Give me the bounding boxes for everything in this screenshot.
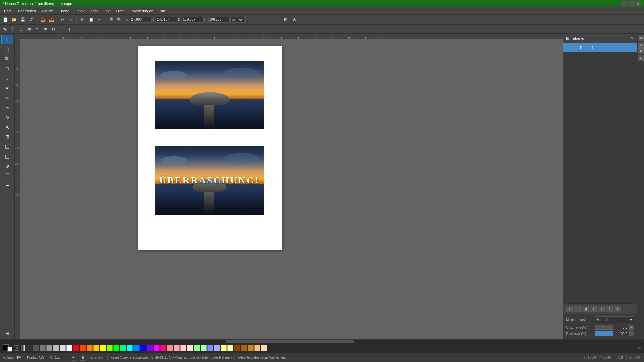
color-swatch[interactable] — [33, 345, 39, 351]
menu-ebene[interactable]: Ebene — [56, 8, 72, 14]
snap-text[interactable]: T — [66, 26, 73, 33]
color-swatch[interactable] — [40, 345, 46, 351]
menu-text[interactable]: Text — [101, 8, 113, 14]
duplicate-layer-button[interactable]: ⊞ — [582, 306, 589, 312]
menu-filter[interactable]: Filter — [113, 8, 126, 14]
color-swatch[interactable] — [60, 345, 66, 351]
panel-toggle-1[interactable]: ⊞ — [638, 35, 644, 41]
layer-bottom-button[interactable]: ⇓ — [614, 306, 621, 312]
spray-tool[interactable]: ⊞ — [1, 132, 13, 141]
color-swatch[interactable] — [53, 345, 59, 351]
color-swatch-light-pink[interactable] — [167, 345, 173, 351]
print-button[interactable]: 🖨 — [28, 16, 36, 24]
transform-button[interactable]: ⊞ — [282, 16, 290, 24]
layer-visibility-icon[interactable] — [566, 45, 571, 50]
align-top-button[interactable]: ⬛ — [273, 16, 281, 24]
color-swatch[interactable] — [227, 345, 233, 351]
new-button[interactable]: 📄 — [1, 16, 9, 24]
color-swatch-light-blue[interactable] — [133, 345, 140, 351]
align-center-button[interactable]: ⬛ — [264, 16, 272, 24]
circle-tool[interactable]: ○ — [1, 74, 13, 83]
color-swatch[interactable] — [66, 345, 72, 351]
image-top[interactable] — [155, 60, 264, 130]
bucket-tool[interactable]: ◫ — [1, 142, 13, 151]
panel-toggle-3[interactable]: ⊠ — [638, 48, 644, 54]
opacity-input[interactable] — [55, 355, 65, 360]
color-swatch[interactable] — [180, 345, 186, 351]
undo-button[interactable]: ↩ — [58, 16, 66, 24]
open-button[interactable]: 📂 — [10, 16, 18, 24]
star-tool[interactable]: ★ — [1, 83, 13, 93]
layer-down-button[interactable]: ↓ — [598, 306, 605, 312]
panel-toggle-2[interactable]: ⊟ — [638, 42, 644, 48]
zoom-out-button[interactable]: 🔍 — [115, 16, 123, 24]
layers-close-button[interactable]: ✕ — [631, 36, 634, 41]
gradient-tool[interactable]: ◱ — [1, 152, 13, 161]
layer-top-button[interactable]: ⇑ — [606, 306, 613, 312]
scroll-track[interactable] — [1, 340, 643, 343]
color-swatch-magenta[interactable] — [154, 345, 160, 351]
save-button[interactable]: 💾 — [19, 16, 27, 24]
color-swatch-yellow-orange[interactable] — [93, 345, 99, 351]
node-tool[interactable]: ⬡ — [1, 45, 13, 54]
pencil-tool[interactable]: ✏ — [1, 93, 13, 103]
zoom-tool[interactable]: 🔍 — [1, 54, 13, 64]
snap-align[interactable]: ≡ — [34, 26, 41, 33]
snap-grid[interactable]: ⊞ — [25, 26, 33, 33]
maximize-button[interactable]: □ — [628, 1, 634, 6]
snap-toggle[interactable]: % — [1, 26, 9, 33]
color-swatch[interactable] — [46, 345, 52, 351]
align-right-button[interactable]: ⬛ — [256, 16, 264, 24]
y-input[interactable] — [156, 17, 177, 23]
color-swatch[interactable] — [26, 345, 32, 351]
snap-bbox[interactable]: □ — [17, 26, 25, 33]
layer-visibility-toggle[interactable]: 👁 — [71, 355, 77, 361]
dropper-tool[interactable]: ⊕ — [1, 161, 13, 171]
connector-tool[interactable]: ⌒ — [1, 171, 13, 180]
gradient-swatch[interactable] — [21, 345, 25, 351]
measure-tool[interactable]: ⊢ — [1, 181, 13, 190]
rect-tool[interactable]: □ — [1, 64, 13, 73]
remove-layer-button[interactable]: − — [574, 306, 581, 312]
color-swatch-yellow[interactable] — [100, 345, 106, 351]
select-tool[interactable]: ↖ — [1, 35, 13, 44]
minimize-button[interactable]: — — [621, 1, 627, 6]
horizontal-scrollbar[interactable] — [0, 339, 644, 343]
color-swatch[interactable] — [201, 345, 207, 351]
menu-bearbeiten[interactable]: Bearbeiten — [15, 8, 39, 14]
snap-nodes[interactable]: ⬡ — [9, 26, 17, 33]
color-swatch-violet[interactable] — [147, 345, 153, 351]
menu-ansicht[interactable]: Ansicht — [39, 8, 56, 14]
snap-mid[interactable]: ⊡ — [50, 26, 57, 33]
color-swatch[interactable] — [207, 345, 213, 351]
canvas-viewport[interactable]: ÜBERRASCHUNG! — [20, 39, 563, 339]
calligraphy-tool[interactable]: ∿ — [1, 113, 13, 122]
blend-mode-select[interactable]: Normal — [595, 316, 634, 323]
color-swatch[interactable] — [254, 345, 260, 351]
color-swatch-cyan[interactable] — [127, 345, 133, 351]
image-bottom[interactable]: ÜBERRASCHUNG! — [155, 145, 264, 215]
menu-objekt[interactable]: Objekt — [72, 8, 88, 14]
no-color-button[interactable]: ✕ — [14, 345, 19, 351]
add-layer-button[interactable]: + — [566, 306, 573, 312]
color-swatch-red[interactable] — [73, 345, 79, 351]
redo-button[interactable]: ↪ — [67, 16, 75, 24]
color-swatch-green-teal[interactable] — [120, 345, 126, 351]
color-swatch[interactable] — [261, 345, 267, 351]
menu-hilfe[interactable]: Hilfe — [156, 8, 169, 14]
x-input[interactable] — [130, 17, 152, 23]
canvas-area[interactable]: -125 -100 -75 -50 -25 0 25 50 75 100 125… — [15, 34, 563, 339]
menu-pfad[interactable]: Pfad — [88, 8, 101, 14]
menu-erweiterungen[interactable]: Erweiterungen — [127, 8, 156, 14]
more-tools[interactable]: ⊞ — [1, 328, 13, 338]
snap-center[interactable]: ⊕ — [42, 26, 49, 33]
color-swatch-green[interactable] — [113, 345, 119, 351]
color-swatch[interactable] — [241, 345, 247, 351]
copy-button[interactable]: ⎘ — [78, 16, 86, 24]
export-button[interactable]: 📤 — [47, 16, 55, 24]
bg-color[interactable] — [7, 347, 12, 352]
menu-datei[interactable]: Datei — [1, 8, 15, 14]
scroll-thumb[interactable] — [226, 340, 354, 343]
color-swatch-pink[interactable] — [160, 345, 166, 351]
zoom-in-button[interactable]: 🔎 — [107, 16, 115, 24]
